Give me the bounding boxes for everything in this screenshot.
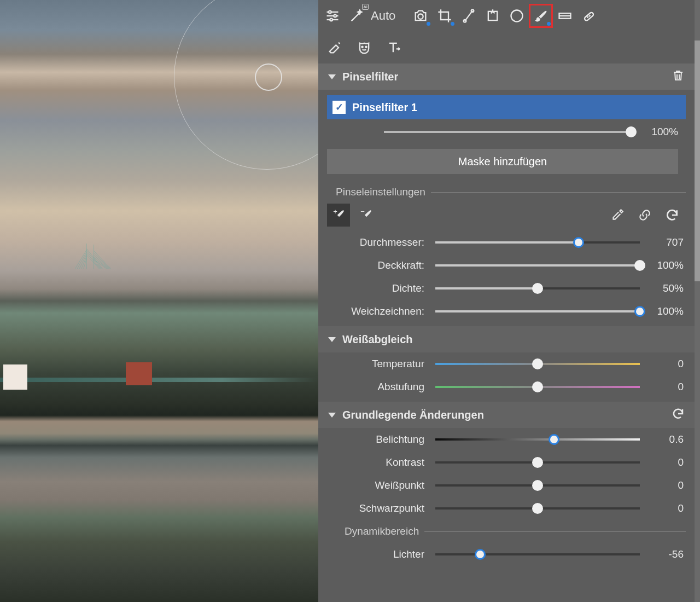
highlights-slider[interactable] xyxy=(435,553,640,555)
whitepoint-label: Weißpunkt xyxy=(318,479,428,491)
sliders-icon[interactable] xyxy=(322,5,343,27)
svg-rect-26 xyxy=(488,11,497,20)
camera-icon[interactable] xyxy=(410,5,431,27)
straighten-icon[interactable] xyxy=(458,5,480,27)
feather-label: Weichzeichnen: xyxy=(318,305,428,317)
mask-face-icon[interactable] xyxy=(353,37,375,59)
exposure-value[interactable]: 0.6 xyxy=(648,433,684,445)
gradient-filter-icon[interactable] xyxy=(554,5,576,27)
secondary-toolbar xyxy=(318,32,695,63)
blackpoint-label: Schwarzpunkt xyxy=(318,502,428,514)
svg-point-19 xyxy=(329,11,331,14)
brushfilter-header[interactable]: Pinselfilter xyxy=(318,63,695,90)
contrast-value[interactable]: 0 xyxy=(648,456,684,468)
whitepoint-value[interactable]: 0 xyxy=(648,479,684,491)
chevron-down-icon xyxy=(328,74,336,79)
svg-point-34 xyxy=(365,47,366,48)
svg-point-27 xyxy=(511,10,523,22)
chevron-down-icon xyxy=(328,337,336,342)
add-mask-label: Maske hinzufügen xyxy=(458,155,547,168)
brushfilter-title: Pinselfilter xyxy=(342,71,398,83)
text-icon[interactable] xyxy=(383,37,405,59)
blackpoint-value[interactable]: 0 xyxy=(648,502,684,514)
diameter-label: Durchmesser: xyxy=(318,236,428,248)
blackpoint-slider[interactable] xyxy=(435,507,640,510)
svg-text:−: − xyxy=(360,208,365,216)
filter-name: Pinselfilter 1 xyxy=(352,101,417,114)
opacity-slider[interactable] xyxy=(435,264,640,267)
density-label: Dichte: xyxy=(318,282,428,294)
diameter-slider[interactable] xyxy=(435,241,640,244)
exposure-slider[interactable] xyxy=(435,438,640,441)
crop-icon[interactable] xyxy=(434,5,456,27)
whitebalance-title: Weißabgleich xyxy=(342,333,413,346)
basic-header[interactable]: Grundlegende Änderungen xyxy=(318,402,695,428)
scrollbar-thumb[interactable] xyxy=(695,40,700,281)
tint-slider[interactable] xyxy=(435,386,640,388)
brush-settings-label: Pinseleinstellungen xyxy=(318,181,695,204)
svg-line-31 xyxy=(587,16,588,18)
undo-icon[interactable] xyxy=(661,204,684,227)
whitepoint-slider[interactable] xyxy=(435,484,640,487)
add-mask-button[interactable]: Maske hinzufügen xyxy=(327,149,678,174)
feather-value[interactable]: 100% xyxy=(648,305,684,317)
magic-wand-icon[interactable]: AI xyxy=(346,5,368,27)
whitebalance-header[interactable]: Weißabgleich xyxy=(318,326,695,352)
svg-line-3 xyxy=(77,252,86,269)
svg-line-8 xyxy=(86,251,101,269)
brush-outline-inner xyxy=(255,63,282,91)
undo-icon[interactable] xyxy=(672,407,685,423)
temperature-value[interactable]: 0 xyxy=(648,358,684,370)
highlights-label: Lichter xyxy=(318,548,428,560)
temperature-label: Temperatur xyxy=(318,358,428,370)
radial-filter-icon[interactable] xyxy=(506,5,528,27)
density-value[interactable]: 50% xyxy=(648,282,684,294)
svg-line-4 xyxy=(79,254,86,269)
exposure-label: Belichtung xyxy=(318,433,428,445)
svg-point-20 xyxy=(334,15,336,18)
density-slider[interactable] xyxy=(435,287,640,290)
trash-icon[interactable] xyxy=(672,69,685,85)
tint-value[interactable]: 0 xyxy=(648,381,684,393)
ai-badge: AI xyxy=(362,4,369,10)
svg-line-13 xyxy=(94,255,109,269)
brush-add-icon[interactable]: + xyxy=(327,204,350,227)
svg-point-33 xyxy=(361,47,363,48)
svg-point-21 xyxy=(330,19,332,21)
filter-opacity-slider[interactable] xyxy=(384,131,631,133)
filter-item[interactable]: ✓ Pinselfilter 1 xyxy=(327,95,686,119)
adjustments-panel: AI Auto xyxy=(318,0,700,602)
perspective-icon[interactable] xyxy=(482,5,504,27)
brush-subtract-icon[interactable]: − xyxy=(354,204,377,227)
svg-line-11 xyxy=(94,251,111,269)
svg-line-32 xyxy=(589,15,590,16)
brush-filter-icon[interactable] xyxy=(530,5,552,27)
filter-opacity-value: 100% xyxy=(642,126,678,138)
basic-title: Grundlegende Änderungen xyxy=(342,409,484,421)
feather-slider[interactable] xyxy=(435,310,640,312)
brush-outline-outer xyxy=(174,0,318,170)
filter-opacity-row: 100% xyxy=(318,119,695,143)
temperature-slider[interactable] xyxy=(435,363,640,365)
contrast-label: Kontrast xyxy=(318,456,428,468)
svg-text:+: + xyxy=(333,208,337,216)
opacity-value[interactable]: 100% xyxy=(648,259,684,271)
tool-toolbar: AI Auto xyxy=(318,0,695,32)
svg-line-14 xyxy=(94,257,108,269)
heal-icon[interactable] xyxy=(578,5,600,27)
filter-checkbox[interactable]: ✓ xyxy=(332,101,346,114)
contrast-slider[interactable] xyxy=(435,461,640,464)
svg-point-22 xyxy=(418,14,423,19)
eraser-icon[interactable] xyxy=(324,37,346,59)
diameter-value[interactable]: 707 xyxy=(648,236,684,248)
image-canvas[interactable] xyxy=(0,0,318,602)
chevron-down-icon xyxy=(328,413,336,418)
link-icon[interactable] xyxy=(633,204,656,227)
dynamic-range-label: Dynamikbereich xyxy=(318,520,695,543)
eyedropper-icon[interactable] xyxy=(606,204,629,227)
opacity-label: Deckkraft: xyxy=(318,259,428,271)
brush-mode-row: + − xyxy=(318,204,695,231)
highlights-value[interactable]: -56 xyxy=(648,548,684,560)
scrollbar[interactable] xyxy=(695,0,700,602)
auto-label[interactable]: Auto xyxy=(371,9,395,23)
